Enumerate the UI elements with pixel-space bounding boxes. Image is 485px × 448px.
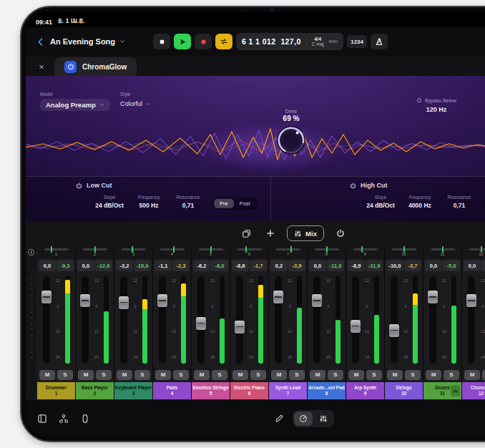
track-label[interactable]: Arp Synth 9	[346, 382, 384, 399]
cycle-button[interactable]	[215, 34, 232, 49]
pan-slider[interactable]	[353, 248, 378, 250]
volume-fader[interactable]	[313, 276, 320, 364]
pan-slider[interactable]	[315, 248, 339, 250]
solo-button[interactable]: S	[134, 370, 150, 380]
mute-button[interactable]: M	[39, 370, 55, 380]
playhead-position[interactable]: 6 1 1 012	[242, 37, 275, 46]
volume-fader[interactable]	[197, 276, 205, 364]
high-cut-slope[interactable]: Slope 24 dB/Oct	[366, 195, 396, 209]
volume-fader[interactable]	[43, 276, 50, 364]
play-button[interactable]	[174, 34, 191, 49]
mixer-toggle-button[interactable]	[314, 412, 333, 426]
low-cut-frequency[interactable]: Frequency 500 Hz	[134, 195, 164, 209]
track-label[interactable]: Drummer 1	[37, 382, 75, 399]
mute-button[interactable]: M	[426, 370, 441, 380]
power-icon[interactable]	[76, 182, 82, 189]
drive-knob[interactable]	[276, 125, 306, 155]
pan-slider[interactable]	[122, 248, 146, 250]
count-in-button[interactable]: 1234	[347, 35, 367, 48]
volume-fader[interactable]	[352, 276, 359, 364]
volume-fader[interactable]	[82, 276, 89, 364]
level-value[interactable]: 0,0	[469, 105, 485, 112]
volume-fader[interactable]	[159, 276, 166, 364]
fader-cap[interactable]	[351, 320, 361, 333]
fader-cap[interactable]	[157, 294, 167, 307]
track-label[interactable]: Bass Player 2	[76, 382, 114, 399]
pan-slider[interactable]	[276, 248, 300, 250]
add-track-button[interactable]	[263, 225, 278, 241]
volume-fader[interactable]	[275, 276, 282, 364]
song-title[interactable]: An Evening Song	[50, 37, 115, 46]
solo-button[interactable]: S	[96, 370, 112, 380]
post-button[interactable]: Post	[234, 199, 256, 208]
tempo-value[interactable]: 127,0	[280, 37, 300, 46]
pan-slider[interactable]	[83, 248, 107, 250]
song-title-group[interactable]: An Evening Song	[34, 34, 125, 49]
low-cut-slope[interactable]: Slope 24 dB/Oct	[94, 195, 124, 209]
track-label[interactable]: Keyboard Player 3	[114, 382, 152, 399]
mute-button[interactable]: M	[78, 370, 94, 380]
style-selector[interactable]: Colorful	[120, 100, 150, 107]
fader-cap[interactable]	[119, 296, 129, 309]
mix-button[interactable]: Mix	[287, 225, 324, 241]
fader-cap[interactable]	[80, 294, 90, 307]
fader-cap[interactable]	[389, 324, 399, 337]
pan-slider[interactable]	[44, 248, 69, 250]
bypass-below-value[interactable]: 120 Hz	[402, 106, 471, 113]
solo-button[interactable]: S	[250, 370, 266, 380]
fader-cap[interactable]	[41, 291, 52, 303]
mute-button[interactable]: M	[155, 370, 171, 380]
fader-cap[interactable]	[312, 294, 322, 307]
power-icon[interactable]	[350, 182, 356, 189]
duplicate-button[interactable]	[238, 225, 254, 241]
solo-button[interactable]: S	[289, 370, 305, 380]
key-signature[interactable]: C maj	[312, 42, 324, 47]
metronome-button[interactable]	[371, 34, 388, 49]
track-label[interactable]: Chorus V 12	[462, 382, 485, 399]
low-cut-resonance[interactable]: Resonance 0,71	[173, 195, 203, 209]
volume-value[interactable]: 0,0	[425, 260, 442, 271]
track-label[interactable]: Drums 11	[423, 382, 461, 399]
mute-button[interactable]: M	[271, 370, 287, 380]
volume-fader[interactable]	[391, 276, 398, 364]
track-label[interactable]: Synth Lead 7	[269, 382, 307, 399]
solo-button[interactable]: S	[405, 370, 421, 380]
volume-value[interactable]: -3,2	[116, 260, 133, 271]
stop-button[interactable]	[153, 34, 170, 49]
bypass-below-control[interactable]: Bypass Below 120 Hz	[402, 97, 471, 113]
volume-value[interactable]: 0,0	[464, 260, 481, 271]
fader-cap[interactable]	[273, 291, 283, 303]
close-plugin-button[interactable]	[34, 57, 49, 76]
routing-button[interactable]	[59, 414, 69, 424]
fader-cap[interactable]	[235, 321, 245, 333]
track-label[interactable]: Arcade...eet Pad 8	[308, 382, 346, 399]
volume-value[interactable]: -10,0	[386, 260, 403, 271]
back-button[interactable]	[34, 34, 46, 49]
solo-button[interactable]: S	[173, 370, 189, 380]
pan-slider[interactable]	[237, 248, 262, 250]
track-expand-button[interactable]	[451, 385, 460, 396]
mute-button[interactable]: M	[464, 370, 480, 380]
mixer-power-button[interactable]	[333, 225, 348, 241]
editor-toggle-button[interactable]	[294, 412, 313, 426]
level-control[interactable]: Level 0,0	[469, 97, 485, 112]
volume-value[interactable]: -6,2	[193, 260, 210, 271]
recorder-button[interactable]	[80, 414, 90, 424]
mute-button[interactable]: M	[387, 370, 403, 380]
browsers-button[interactable]	[37, 414, 47, 424]
solo-button[interactable]: S	[482, 370, 485, 380]
track-label[interactable]: Strings 10	[385, 382, 423, 399]
solo-button[interactable]: S	[444, 370, 459, 380]
pan-slider[interactable]	[469, 248, 485, 250]
plugin-tab[interactable]: ChromaGlow	[54, 57, 137, 76]
pan-slider[interactable]	[431, 248, 455, 250]
volume-value[interactable]: 0,0	[309, 260, 326, 271]
solo-button[interactable]: S	[212, 370, 227, 380]
pan-slider[interactable]	[199, 248, 223, 250]
mute-button[interactable]: M	[348, 370, 364, 380]
mute-button[interactable]: M	[117, 370, 132, 380]
volume-value[interactable]: 0,0	[39, 260, 56, 271]
mute-button[interactable]: M	[232, 370, 248, 380]
volume-value[interactable]: -1,1	[155, 260, 172, 271]
volume-fader[interactable]	[236, 276, 243, 364]
